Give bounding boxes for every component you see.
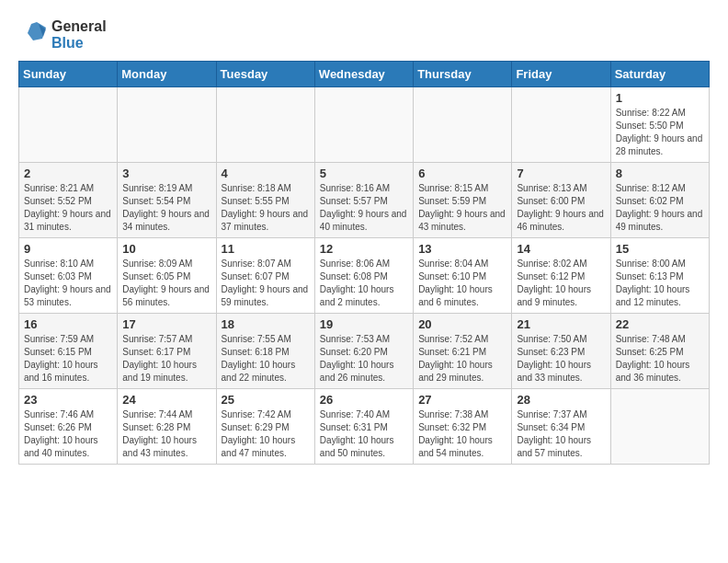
logo-general-text: General: [51, 18, 107, 34]
day-info: Sunrise: 8:10 AM Sunset: 6:03 PM Dayligh…: [24, 258, 112, 309]
day-number: 1: [616, 91, 704, 105]
day-of-week-header: Wednesday: [314, 62, 413, 87]
day-info: Sunrise: 8:21 AM Sunset: 5:52 PM Dayligh…: [24, 182, 112, 234]
calendar-cell: [118, 87, 216, 163]
day-number: 24: [122, 393, 210, 407]
calendar-cell: [19, 87, 118, 163]
day-number: 13: [418, 242, 506, 256]
day-number: 10: [122, 242, 210, 256]
day-info: Sunrise: 7:42 AM Sunset: 6:29 PM Dayligh…: [222, 408, 310, 460]
logo-blue-text: Blue: [51, 35, 84, 51]
day-number: 27: [418, 393, 506, 407]
calendar-cell: 21Sunrise: 7:50 AM Sunset: 6:23 PM Dayli…: [512, 314, 610, 389]
calendar-cell: 10Sunrise: 8:09 AM Sunset: 6:05 PM Dayli…: [118, 238, 216, 314]
day-of-week-header: Friday: [512, 62, 610, 87]
day-number: 5: [320, 167, 408, 180]
day-info: Sunrise: 7:48 AM Sunset: 6:25 PM Dayligh…: [616, 333, 704, 385]
day-number: 19: [320, 317, 408, 331]
calendar-cell: [414, 87, 512, 163]
day-number: 23: [24, 393, 112, 407]
day-info: Sunrise: 8:22 AM Sunset: 5:50 PM Dayligh…: [616, 107, 704, 158]
day-number: 12: [320, 242, 408, 256]
calendar-week-row: 9Sunrise: 8:10 AM Sunset: 6:03 PM Daylig…: [19, 238, 710, 314]
calendar-cell: 15Sunrise: 8:00 AM Sunset: 6:13 PM Dayli…: [610, 238, 709, 314]
day-of-week-header: Sunday: [19, 62, 118, 87]
logo: General Blue: [18, 18, 107, 52]
day-info: Sunrise: 8:07 AM Sunset: 6:07 PM Dayligh…: [222, 258, 310, 309]
day-info: Sunrise: 7:38 AM Sunset: 6:32 PM Dayligh…: [418, 408, 506, 460]
page-header: General Blue: [18, 18, 710, 52]
calendar-cell: 23Sunrise: 7:46 AM Sunset: 6:26 PM Dayli…: [19, 389, 118, 465]
calendar-cell: 27Sunrise: 7:38 AM Sunset: 6:32 PM Dayli…: [414, 389, 512, 465]
day-number: 25: [222, 393, 310, 407]
calendar-cell: 17Sunrise: 7:57 AM Sunset: 6:17 PM Dayli…: [118, 314, 216, 389]
calendar-cell: 5Sunrise: 8:16 AM Sunset: 5:57 PM Daylig…: [314, 163, 413, 238]
day-info: Sunrise: 7:55 AM Sunset: 6:18 PM Dayligh…: [222, 333, 310, 385]
calendar-cell: 19Sunrise: 7:53 AM Sunset: 6:20 PM Dayli…: [314, 314, 413, 389]
day-number: 15: [616, 242, 704, 256]
calendar-week-row: 16Sunrise: 7:59 AM Sunset: 6:15 PM Dayli…: [19, 314, 710, 389]
day-number: 16: [24, 317, 112, 331]
calendar-cell: [512, 87, 610, 163]
day-info: Sunrise: 7:37 AM Sunset: 6:34 PM Dayligh…: [517, 408, 605, 460]
calendar-cell: 1Sunrise: 8:22 AM Sunset: 5:50 PM Daylig…: [610, 87, 709, 163]
calendar-cell: 18Sunrise: 7:55 AM Sunset: 6:18 PM Dayli…: [216, 314, 314, 389]
day-info: Sunrise: 7:53 AM Sunset: 6:20 PM Dayligh…: [320, 333, 408, 385]
day-of-week-header: Saturday: [610, 62, 709, 87]
calendar-cell: 22Sunrise: 7:48 AM Sunset: 6:25 PM Dayli…: [610, 314, 709, 389]
calendar-cell: 3Sunrise: 8:19 AM Sunset: 5:54 PM Daylig…: [118, 163, 216, 238]
calendar-header-row: SundayMondayTuesdayWednesdayThursdayFrid…: [19, 62, 710, 87]
calendar-cell: 9Sunrise: 8:10 AM Sunset: 6:03 PM Daylig…: [19, 238, 118, 314]
calendar-week-row: 1Sunrise: 8:22 AM Sunset: 5:50 PM Daylig…: [19, 87, 710, 163]
day-number: 26: [320, 393, 408, 407]
day-number: 28: [517, 393, 605, 407]
day-info: Sunrise: 8:06 AM Sunset: 6:08 PM Dayligh…: [320, 258, 408, 309]
calendar-table: SundayMondayTuesdayWednesdayThursdayFrid…: [18, 61, 710, 465]
day-number: 2: [24, 167, 112, 180]
calendar-cell: 7Sunrise: 8:13 AM Sunset: 6:00 PM Daylig…: [512, 163, 610, 238]
day-info: Sunrise: 8:15 AM Sunset: 5:59 PM Dayligh…: [418, 182, 506, 234]
calendar-cell: 26Sunrise: 7:40 AM Sunset: 6:31 PM Dayli…: [314, 389, 413, 465]
day-number: 18: [222, 317, 310, 331]
day-info: Sunrise: 8:19 AM Sunset: 5:54 PM Dayligh…: [122, 182, 210, 234]
logo-svg: [18, 20, 48, 50]
day-info: Sunrise: 8:18 AM Sunset: 5:55 PM Dayligh…: [222, 182, 310, 234]
calendar-cell: 28Sunrise: 7:37 AM Sunset: 6:34 PM Dayli…: [512, 389, 610, 465]
calendar-cell: 11Sunrise: 8:07 AM Sunset: 6:07 PM Dayli…: [216, 238, 314, 314]
day-of-week-header: Thursday: [414, 62, 512, 87]
day-number: 20: [418, 317, 506, 331]
day-info: Sunrise: 8:04 AM Sunset: 6:10 PM Dayligh…: [418, 258, 506, 309]
calendar-cell: 25Sunrise: 7:42 AM Sunset: 6:29 PM Dayli…: [216, 389, 314, 465]
day-number: 9: [24, 242, 112, 256]
day-number: 11: [222, 242, 310, 256]
calendar-cell: 12Sunrise: 8:06 AM Sunset: 6:08 PM Dayli…: [314, 238, 413, 314]
day-number: 17: [122, 317, 210, 331]
calendar-week-row: 2Sunrise: 8:21 AM Sunset: 5:52 PM Daylig…: [19, 163, 710, 238]
calendar-cell: 14Sunrise: 8:02 AM Sunset: 6:12 PM Dayli…: [512, 238, 610, 314]
day-info: Sunrise: 7:44 AM Sunset: 6:28 PM Dayligh…: [122, 408, 210, 460]
day-info: Sunrise: 7:50 AM Sunset: 6:23 PM Dayligh…: [517, 333, 605, 385]
day-info: Sunrise: 8:12 AM Sunset: 6:02 PM Dayligh…: [616, 182, 704, 234]
day-number: 4: [222, 167, 310, 180]
day-number: 21: [517, 317, 605, 331]
calendar-cell: [610, 389, 709, 465]
day-info: Sunrise: 7:52 AM Sunset: 6:21 PM Dayligh…: [418, 333, 506, 385]
day-info: Sunrise: 8:16 AM Sunset: 5:57 PM Dayligh…: [320, 182, 408, 234]
calendar-cell: 24Sunrise: 7:44 AM Sunset: 6:28 PM Dayli…: [118, 389, 216, 465]
day-of-week-header: Tuesday: [216, 62, 314, 87]
calendar-cell: 16Sunrise: 7:59 AM Sunset: 6:15 PM Dayli…: [19, 314, 118, 389]
day-number: 3: [122, 167, 210, 180]
day-info: Sunrise: 7:59 AM Sunset: 6:15 PM Dayligh…: [24, 333, 112, 385]
day-number: 8: [616, 167, 704, 180]
calendar-cell: 6Sunrise: 8:15 AM Sunset: 5:59 PM Daylig…: [414, 163, 512, 238]
day-info: Sunrise: 7:40 AM Sunset: 6:31 PM Dayligh…: [320, 408, 408, 460]
calendar-cell: 20Sunrise: 7:52 AM Sunset: 6:21 PM Dayli…: [414, 314, 512, 389]
calendar-cell: 13Sunrise: 8:04 AM Sunset: 6:10 PM Dayli…: [414, 238, 512, 314]
day-number: 7: [517, 167, 605, 180]
calendar-week-row: 23Sunrise: 7:46 AM Sunset: 6:26 PM Dayli…: [19, 389, 710, 465]
day-number: 6: [418, 167, 506, 180]
calendar-cell: 4Sunrise: 8:18 AM Sunset: 5:55 PM Daylig…: [216, 163, 314, 238]
day-info: Sunrise: 7:57 AM Sunset: 6:17 PM Dayligh…: [122, 333, 210, 385]
calendar-cell: 2Sunrise: 8:21 AM Sunset: 5:52 PM Daylig…: [19, 163, 118, 238]
day-number: 14: [517, 242, 605, 256]
